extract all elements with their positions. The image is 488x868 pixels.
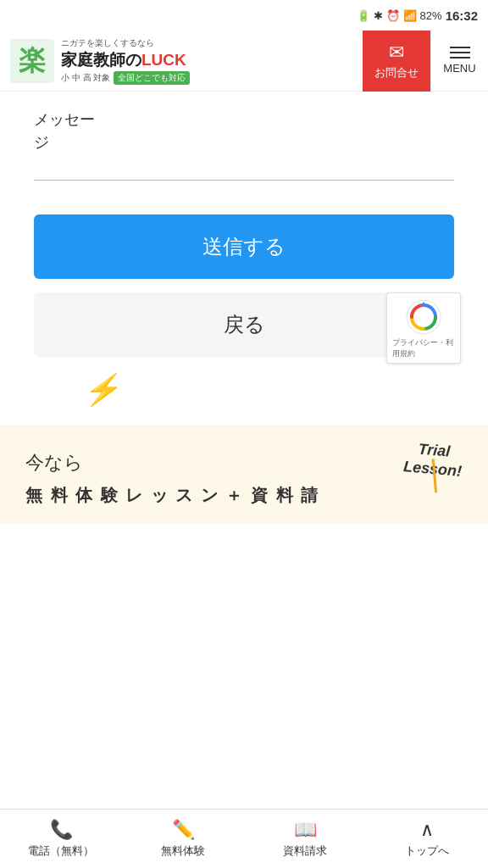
lightning-decoration: ⚡ <box>34 357 454 408</box>
contact-button[interactable]: ✉ お問合せ <box>363 31 430 92</box>
message-section: メッセー ジ <box>34 92 454 181</box>
bottom-nav: 📞 電話（無料） ✏️ 無料体験 📖 資料請求 ∧ トップへ <box>0 809 488 868</box>
logo-badge: 全国どこでも対応 <box>114 71 190 85</box>
status-bar: 🔋 ✱ ⏰ 📶 82% 16:32 <box>0 0 488 31</box>
trial-ribbon: TrialLesson! <box>402 439 464 481</box>
contact-label: お問合せ <box>374 65 419 81</box>
main-content: メッセー ジ 送信する 戻る プライバシー・利用規約 ⚡ <box>0 92 488 408</box>
trial-section: TrialLesson! 今なら 無 料 体 験 レ ッ ス ン ＋ 資 料 請 <box>0 425 488 524</box>
nav-item-trial[interactable]: ✏️ 無料体験 <box>122 810 244 868</box>
page-bottom-spacer <box>0 524 488 592</box>
nav-label-trial: 無料体験 <box>161 843 205 859</box>
logo-text: ニガテを楽しくするなら 家庭教師のLUCK 小 中 高 対象 全国どこでも対応 <box>61 37 190 85</box>
logo-brand: 家庭教師のLUCK <box>61 49 190 71</box>
status-icons: 🔋 ✱ ⏰ 📶 82% 16:32 <box>357 8 478 23</box>
message-text-line1: メッセー <box>34 111 95 128</box>
request-icon: 📖 <box>294 819 317 841</box>
trial-icon: ✏️ <box>172 819 195 841</box>
nav-item-request[interactable]: 📖 資料請求 <box>244 810 366 868</box>
battery-percent: 82% <box>420 9 442 22</box>
header: 楽 ニガテを楽しくするなら 家庭教師のLUCK 小 中 高 対象 全国どこでも対… <box>0 31 488 92</box>
back-button-container: 戻る プライバシー・利用規約 <box>34 292 454 357</box>
nav-label-phone: 電話（無料） <box>28 843 94 859</box>
nav-item-phone[interactable]: 📞 電話（無料） <box>0 810 122 868</box>
menu-label: MENU <box>443 62 475 75</box>
menu-button[interactable]: MENU <box>430 31 488 92</box>
bluetooth-icon: ✱ <box>374 9 383 22</box>
trial-title: 無 料 体 験 レ ッ ス ン ＋ 資 料 請 <box>25 484 463 507</box>
message-label: メッセー ジ <box>34 108 454 154</box>
nav-label-top: トップへ <box>405 843 449 859</box>
recaptcha-logo-icon <box>405 298 442 336</box>
battery-icon: 🔋 <box>357 9 370 22</box>
message-divider <box>34 180 454 181</box>
alarm-icon: ⏰ <box>386 9 400 22</box>
nav-label-request: 資料請求 <box>283 843 327 859</box>
phone-icon: 📞 <box>50 819 73 841</box>
recaptcha-badge: プライバシー・利用規約 <box>386 292 461 364</box>
nav-item-top[interactable]: ∧ トップへ <box>366 810 488 868</box>
send-button[interactable]: 送信する <box>34 214 454 279</box>
logo-icon: 楽 <box>10 39 54 83</box>
hamburger-icon <box>450 47 470 58</box>
trial-now-label: 今なら <box>25 450 463 476</box>
top-icon: ∧ <box>420 819 434 841</box>
wifi-icon: 📶 <box>403 9 417 22</box>
logo-target: 小 中 高 対象 <box>61 72 110 84</box>
logo-sub: 小 中 高 対象 全国どこでも対応 <box>61 71 190 85</box>
time-display: 16:32 <box>446 8 478 23</box>
logo-tagline: ニガテを楽しくするなら <box>61 37 190 49</box>
lightning-icon: ⚡ <box>81 372 125 408</box>
mail-icon: ✉ <box>389 42 404 64</box>
recaptcha-privacy-text: プライバシー・利用規約 <box>392 337 455 359</box>
logo-area: 楽 ニガテを楽しくするなら 家庭教師のLUCK 小 中 高 対象 全国どこでも対… <box>0 37 363 85</box>
message-text-line2: ジ <box>34 134 49 151</box>
